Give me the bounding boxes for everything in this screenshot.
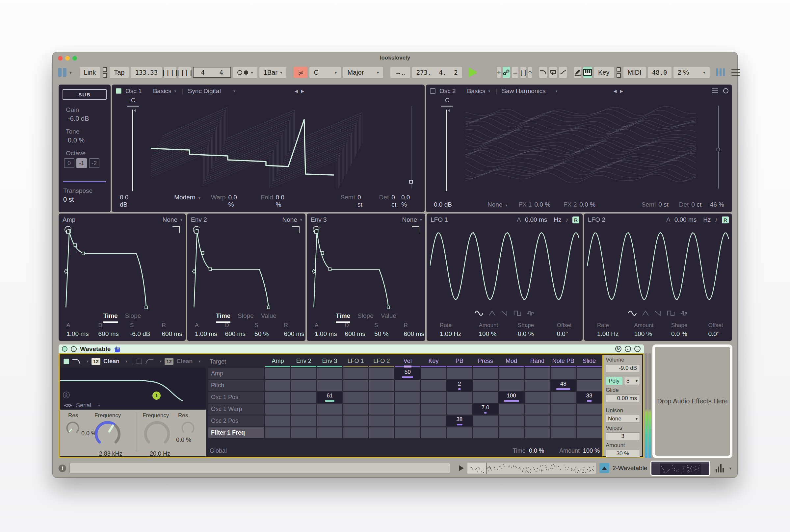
matrix-cell[interactable] xyxy=(369,392,394,403)
cpu-load-menu[interactable]: 2 %▾ xyxy=(674,67,710,78)
matrix-cell[interactable] xyxy=(395,416,420,426)
matrix-cell[interactable] xyxy=(265,368,290,379)
link-button[interactable]: Link xyxy=(80,67,100,78)
param-value[interactable]: 0.0 % xyxy=(518,330,544,338)
table-list-view-icon[interactable] xyxy=(712,88,718,93)
note-sync-icon[interactable]: ♪ xyxy=(565,216,569,223)
matrix-cell[interactable] xyxy=(265,392,290,403)
filter1-marker[interactable]: 1 xyxy=(152,392,161,400)
matrix-cell[interactable] xyxy=(525,392,550,403)
matrix-cell[interactable] xyxy=(395,428,420,438)
ramp-curve-button[interactable] xyxy=(559,67,567,78)
matrix-cell[interactable] xyxy=(265,404,290,415)
sub-toggle-button[interactable]: SUB xyxy=(62,89,107,100)
matrix-cell[interactable] xyxy=(395,380,420,391)
osc1-wavetable-display[interactable] xyxy=(151,100,365,188)
filter2-circuit-menu[interactable]: Clean xyxy=(176,358,192,365)
octave-minus1-button[interactable]: -1 xyxy=(76,158,87,168)
sine-shape-icon[interactable] xyxy=(475,310,483,316)
matrix-cell[interactable] xyxy=(473,428,498,438)
time-signature-field[interactable]: 44 xyxy=(193,67,231,78)
matrix-cell[interactable] xyxy=(473,416,498,426)
saw-shape-icon[interactable] xyxy=(501,310,508,316)
osc1-gain-slider[interactable] xyxy=(132,110,133,191)
lfo-retrigger-button[interactable]: R xyxy=(722,216,729,223)
matrix-cell[interactable] xyxy=(291,428,316,438)
matrix-cell[interactable] xyxy=(421,428,446,438)
tone-value[interactable]: 0.0 % xyxy=(68,136,84,144)
param-value[interactable]: 100 % xyxy=(634,330,658,338)
unison-mode-menu[interactable]: None▾ xyxy=(606,415,640,423)
matrix-cell[interactable] xyxy=(291,368,316,379)
matrix-cell[interactable] xyxy=(343,380,368,391)
root-note-menu[interactable]: C▾ xyxy=(309,67,341,78)
matrix-cell[interactable] xyxy=(473,380,498,391)
show-track-button[interactable] xyxy=(599,463,609,473)
key-midi-splitter[interactable] xyxy=(617,67,621,78)
highpass-icon[interactable] xyxy=(145,358,154,364)
random-shape-icon[interactable] xyxy=(680,310,688,316)
arrangement-position[interactable]: 273. 4. 2 xyxy=(412,67,462,78)
matrix-cell[interactable]: 100 xyxy=(499,392,524,403)
param-value[interactable]: 100 % xyxy=(479,330,505,338)
matrix-cell[interactable] xyxy=(525,380,550,391)
levels-icon[interactable] xyxy=(716,464,724,472)
osc2-gain-slider[interactable] xyxy=(446,110,447,191)
tap-tempo-button[interactable]: Tap xyxy=(110,67,129,78)
matrix-cell[interactable] xyxy=(499,428,524,438)
lfo-attack-value[interactable]: 0.00 ms xyxy=(525,216,547,223)
fold-device-icon[interactable]: ▪ xyxy=(625,346,631,352)
matrix-cell[interactable]: 50 xyxy=(395,368,420,379)
tab-value[interactable]: Value xyxy=(381,312,396,323)
glide-field[interactable]: 0.00 ms xyxy=(606,395,640,402)
matrix-cell[interactable]: 2 xyxy=(447,380,472,391)
matrix-cell[interactable] xyxy=(291,380,316,391)
freq2-knob[interactable] xyxy=(141,418,173,450)
osc2-category-menu[interactable]: Basics xyxy=(467,88,486,95)
push-status-icon[interactable]: ▾ xyxy=(58,68,72,77)
matrix-cell[interactable]: 7.0 xyxy=(473,404,498,415)
loop-toggle-button[interactable]: ○ xyxy=(528,67,532,78)
lfo-rate-unit-toggle[interactable]: Hz xyxy=(554,216,561,223)
tempo-field[interactable]: 133.33 xyxy=(131,67,162,78)
osc1-semi-value[interactable]: 0 st xyxy=(357,194,368,208)
matrix-cell[interactable] xyxy=(473,368,498,379)
matrix-cell[interactable] xyxy=(447,404,472,415)
matrix-row-Filter 1 Freq[interactable]: Filter 1 Freq xyxy=(208,428,264,438)
matrix-cell[interactable] xyxy=(369,416,394,426)
reenable-automation-button[interactable]: ← xyxy=(512,67,519,78)
filter-response-display[interactable]: 2 1 xyxy=(60,367,206,401)
lowpass-icon[interactable] xyxy=(72,358,81,364)
matrix-cell[interactable] xyxy=(421,380,446,391)
nudge-down-button[interactable]: |||| xyxy=(164,67,176,78)
matrix-cell[interactable] xyxy=(577,368,602,379)
draw-mode-button[interactable] xyxy=(574,67,581,78)
matrix-cell[interactable] xyxy=(551,428,576,438)
envelope-mod-menu[interactable]: None xyxy=(282,216,297,223)
saw-shape-icon[interactable] xyxy=(654,310,662,316)
matrix-cell[interactable] xyxy=(447,392,472,403)
matrix-cell[interactable]: 33 xyxy=(577,392,602,403)
nudge-up-button[interactable]: |||| xyxy=(178,67,191,78)
osc2-mode-menu[interactable]: None xyxy=(488,201,502,208)
param-value[interactable]: 600 ms xyxy=(225,330,247,338)
sine-shape-icon[interactable] xyxy=(628,310,637,316)
osc1-position-slider[interactable] xyxy=(411,106,411,189)
envelope-mod-menu[interactable]: None xyxy=(402,216,417,223)
unison-amount-field[interactable]: 30 % xyxy=(606,450,640,458)
scale-mode-button[interactable]: ♭♯ xyxy=(294,67,307,78)
matrix-cell[interactable] xyxy=(317,416,342,426)
osc1-mode-menu[interactable]: Modern xyxy=(174,194,195,201)
freq1-value[interactable]: 2.83 kHz xyxy=(96,451,126,457)
matrix-cell[interactable] xyxy=(395,404,420,415)
matrix-column-LFO 2[interactable]: LFO 2 xyxy=(369,356,394,367)
freq2-value[interactable]: 20.0 Hz xyxy=(145,451,175,457)
filter2-enable-checkbox[interactable] xyxy=(137,359,142,364)
matrix-cell[interactable] xyxy=(317,380,342,391)
matrix-cell[interactable] xyxy=(421,404,446,415)
osc1-prev-table-button[interactable]: ◂ xyxy=(295,87,298,95)
osc1-category-menu[interactable]: Basics xyxy=(153,88,171,95)
filter-routing-menu[interactable]: Serial xyxy=(76,402,91,409)
punch-button[interactable]: [ ] xyxy=(521,67,526,78)
matrix-column-PB[interactable]: PB xyxy=(447,356,472,367)
